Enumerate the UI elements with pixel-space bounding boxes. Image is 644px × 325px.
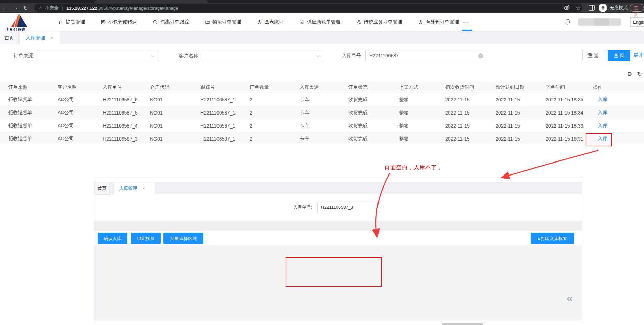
tab-close-icon[interactable]: ×: [50, 35, 53, 40]
table-row: 拒收退货单 AC公司 H2211106587_5 NG01 H221110658…: [0, 106, 644, 119]
clear-input-icon[interactable]: ×: [478, 53, 483, 58]
table-header-row: 订单来源 客户名称 入库单号 仓库代码 跟踪号 订单数量 入库渠道 订单状态 上…: [0, 82, 644, 93]
parcel-storage-icon: [101, 20, 106, 25]
col-header: 入库渠道: [300, 84, 348, 91]
browser-toolbar: ← → ↻ ⚠ 不安全 | 115.28.227.122 :8050/#/put…: [0, 3, 644, 13]
cell: 收货完成: [348, 123, 399, 129]
back-icon[interactable]: ←: [0, 5, 10, 11]
page: ← → ↻ ⚠ 不安全 | 115.28.227.122 :8050/#/put…: [0, 0, 644, 325]
cell: NG01: [150, 123, 200, 129]
mini-storage-no-label: 入库单号:: [281, 202, 312, 213]
logo-triangle-icon: [11, 14, 27, 27]
cell: 收货完成: [348, 110, 399, 116]
annotation-box-blank-area: [286, 257, 382, 287]
browser-active-tab[interactable]: [95, 0, 208, 3]
bell-icon-svg: [565, 19, 571, 25]
table-refresh-icon[interactable]: ↻: [637, 71, 642, 78]
bind-pallet-button[interactable]: 绑定托盘: [131, 233, 161, 244]
cell: 2022-11-15 18:33: [546, 123, 593, 129]
storage-no-input[interactable]: H2211106587 ×: [365, 50, 486, 61]
cell: 整箱: [399, 136, 445, 142]
storage-in-link[interactable]: 入库: [593, 110, 644, 116]
pickup-icon: [58, 20, 63, 25]
not-secure-label: 不安全: [45, 5, 59, 11]
reset-button[interactable]: 重 置: [582, 50, 604, 61]
expand-link[interactable]: 展开: [634, 52, 643, 58]
menu-item-logistics-orders[interactable]: 物流订单管理: [205, 19, 241, 25]
embedded-screenshot: 首页 入库管理 × 入库单号: H2211106587_3 确认入库 绑定托盘 …: [94, 178, 582, 323]
col-header: 操作: [593, 84, 644, 91]
column-settings-gear-icon[interactable]: ⚙: [627, 71, 632, 78]
mini-storage-no-input[interactable]: H2211106587_3: [317, 202, 381, 213]
menu-item-chart-stats[interactable]: 图表统计: [257, 19, 284, 25]
menu-item-label: 海外仓订单管理: [425, 19, 459, 25]
cell: H2211106587_6: [103, 97, 150, 103]
browser-update-button[interactable]: 更新: [630, 4, 644, 12]
cell: H2211106587_1: [200, 136, 250, 142]
incognito-badge: 无痕模式: [599, 3, 628, 13]
search-icon: [153, 20, 158, 25]
cell: 拒收退货单: [8, 136, 58, 142]
mini-tab-close-icon[interactable]: ×: [143, 186, 145, 191]
storage-in-link[interactable]: 入库: [593, 123, 644, 129]
menu-item-label: 提货管理: [66, 19, 85, 25]
tab-label: 入库管理: [26, 35, 45, 40]
menu-item-overseas-orders[interactable]: 海外仓订单管理: [418, 19, 459, 25]
annotation-text: 页面空白，入库不了，: [384, 164, 443, 171]
col-header: 跟踪号: [200, 84, 250, 91]
confirm-storage-button[interactable]: 确认入库: [98, 233, 127, 244]
cell: 2: [250, 123, 300, 129]
cell: H2211106587_4: [103, 123, 150, 129]
col-header: 订单数量: [250, 84, 300, 91]
cell: H2211106587_1: [200, 123, 250, 129]
collapse-double-chevron-icon[interactable]: «: [567, 292, 573, 304]
cell: 收货完成: [348, 97, 399, 103]
address-bar[interactable]: ⚠ 不安全 | 115.28.227.122 :8050/#/putawayMa…: [34, 4, 582, 12]
mini-tab-home[interactable]: 首页: [95, 182, 110, 195]
mini-divider-band: [94, 221, 582, 231]
notification-bell-icon[interactable]: [565, 19, 571, 26]
supplier-bill-icon: [299, 20, 305, 25]
language-select[interactable]: English: [630, 17, 644, 27]
cell: 2: [250, 97, 300, 103]
menu-item-label: 传统业务订单管理: [364, 19, 402, 25]
url-divider: |: [62, 5, 63, 11]
cell: 2022-11-15: [496, 97, 546, 103]
eye-off-icon[interactable]: [563, 3, 570, 13]
menu-item-pickup[interactable]: 提货管理: [58, 19, 85, 25]
reload-icon[interactable]: ↻: [21, 5, 31, 11]
url-path: :8050/#/putawayManage/storageManage: [97, 5, 178, 11]
chevron-down-icon: [317, 54, 320, 57]
forward-icon[interactable]: →: [10, 5, 21, 11]
customer-name-select[interactable]: [202, 50, 323, 61]
table-row: 拒收退货单 AC公司 H2211106587_4 NG01 H221110658…: [0, 119, 644, 132]
query-button[interactable]: 查 询: [608, 50, 630, 61]
cell: NG01: [150, 110, 200, 116]
user-name-redacted[interactable]: [578, 18, 621, 26]
menu-item-label: 物流订单管理: [212, 19, 241, 25]
mini-tab-storage-manage[interactable]: 入库管理 ×: [114, 182, 155, 195]
cell: 2: [250, 110, 300, 116]
menu-item-supplier-bills[interactable]: 供应商账单管理: [299, 19, 340, 25]
batch-select-area-button[interactable]: 批量选择区域: [163, 233, 203, 244]
tab-home[interactable]: 首页: [0, 31, 19, 44]
menu-item-traditional-orders[interactable]: 传统业务订单管理: [356, 19, 402, 25]
side-panel-icon[interactable]: [589, 3, 595, 13]
eye-off-icon-svg: [563, 4, 570, 11]
storage-in-link[interactable]: 入库: [593, 97, 644, 103]
tab-storage-manage[interactable]: 入库管理 ×: [20, 31, 60, 44]
menu-item-parcel-storage[interactable]: 小包仓储转运: [101, 19, 137, 25]
col-header: 下单时间: [546, 84, 593, 91]
scrollbar-fragment[interactable]: [442, 323, 483, 325]
bookmark-star-icon[interactable]: ☆: [575, 3, 581, 13]
cell: 拒收退货单: [8, 110, 58, 116]
menu-more-button[interactable]: ...: [463, 18, 469, 24]
cell: 收货完成: [348, 136, 399, 142]
menu-item-parcel-tracking[interactable]: 包裹订单跟踪: [153, 19, 189, 25]
order-source-select[interactable]: [37, 50, 158, 61]
cell: H2211106587_3: [103, 136, 150, 142]
incognito-icon: [599, 4, 607, 12]
menu-item-label: 供应商账单管理: [307, 19, 340, 25]
print-storage-label-button[interactable]: ∨打印入库标签: [531, 233, 574, 244]
app-header: HART翰通 提货管理 小包仓储转运 包裹订单跟踪: [0, 13, 644, 31]
